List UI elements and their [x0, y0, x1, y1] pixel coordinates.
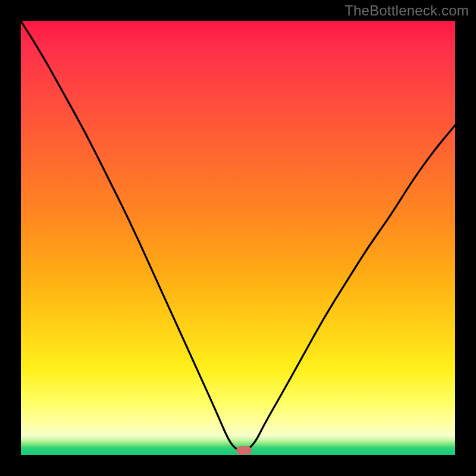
plot-area: [21, 21, 455, 455]
watermark-text: TheBottleneck.com: [345, 2, 469, 19]
bottleneck-curve: [21, 21, 455, 455]
curve-path: [21, 21, 455, 451]
optimal-point-marker: [236, 446, 252, 455]
chart-frame: TheBottleneck.com: [0, 0, 476, 476]
